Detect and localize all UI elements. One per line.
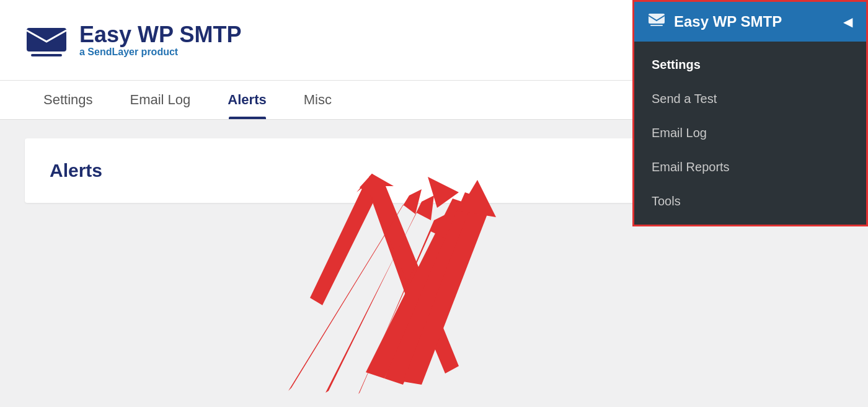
logo-title: Easy WP SMTP: [79, 22, 241, 47]
logo-envelope-icon: [25, 23, 68, 57]
dropdown-item-tools[interactable]: Tools: [634, 184, 866, 218]
dropdown-item-send-test[interactable]: Send a Test: [634, 82, 866, 116]
dropdown-item-settings[interactable]: Settings: [634, 48, 866, 82]
tab-email-log[interactable]: Email Log: [112, 81, 210, 119]
dropdown-menu: Easy WP SMTP ◀ Settings Send a Test Emai…: [632, 0, 868, 226]
dropdown-items-list: Settings Send a Test Email Log Email Rep…: [634, 42, 866, 225]
dropdown-item-email-reports[interactable]: Email Reports: [634, 150, 866, 184]
dropdown-item-email-log[interactable]: Email Log: [634, 116, 866, 150]
dropdown-collapse-icon[interactable]: ◀: [843, 14, 852, 29]
tab-misc[interactable]: Misc: [285, 81, 350, 119]
tab-alerts[interactable]: Alerts: [209, 81, 285, 119]
svg-rect-11: [649, 14, 665, 24]
dropdown-header-title: Easy WP SMTP: [674, 13, 782, 30]
logo-subtitle: a SendLayer product: [79, 47, 241, 58]
svg-rect-0: [27, 28, 66, 51]
logo-area: Easy WP SMTP a SendLayer product: [25, 22, 241, 58]
logo-icon: [25, 23, 68, 57]
smtp-header-icon: [648, 13, 665, 30]
svg-rect-1: [31, 54, 62, 56]
dropdown-header[interactable]: Easy WP SMTP ◀: [634, 2, 866, 42]
tab-settings[interactable]: Settings: [25, 81, 112, 119]
svg-rect-12: [650, 25, 663, 26]
logo-text: Easy WP SMTP a SendLayer product: [79, 22, 241, 58]
